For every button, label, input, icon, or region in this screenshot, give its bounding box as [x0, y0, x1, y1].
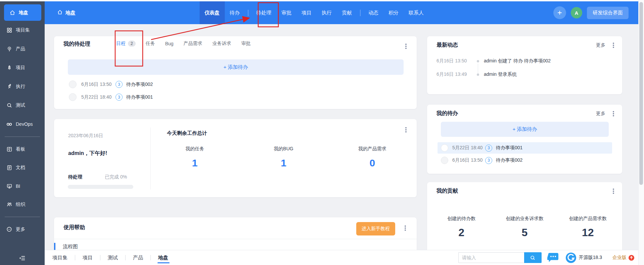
home-icon: [57, 9, 63, 16]
sidebar-item-more[interactable]: 更多: [0, 220, 45, 238]
card-header: 我的待办 更多: [436, 110, 617, 117]
topnav-pending[interactable]: 待处理: [251, 1, 276, 24]
todo-title[interactable]: 待办事项002: [126, 82, 153, 88]
topnav: 仪表盘 待办 待处理 审批 项目 执行 贡献 动态 积分 联系人: [199, 1, 429, 24]
topnav-separator: [248, 10, 248, 16]
zentao-dashboard: 地盘 项目集 产品 项目 执行 测试: [0, 0, 644, 265]
todo-row[interactable]: 5月22日 18:40 3 待办事项001: [438, 142, 612, 154]
breadcrumb-home[interactable]: 地盘: [57, 9, 76, 16]
tab-schedule[interactable]: 日程 2: [116, 41, 136, 47]
sidebar-item-program[interactable]: 项目集: [0, 21, 45, 40]
more-link[interactable]: 更多: [596, 42, 605, 48]
topnav-contacts[interactable]: 联系人: [404, 1, 429, 24]
sidebar-item-execution[interactable]: 执行: [0, 77, 45, 96]
todo-row[interactable]: 6月16日 13:50 3 待办事项002: [438, 155, 612, 166]
stat-value[interactable]: 5: [493, 226, 556, 239]
scrollbar-thumb[interactable]: [639, 2, 643, 185]
todo-row: 5月22日 18:40 3 待办事项001: [69, 93, 153, 101]
todo-checkbox[interactable]: [441, 144, 448, 152]
topnav-approval[interactable]: 审批: [276, 1, 296, 24]
enterprise-link[interactable]: 企业版: [612, 255, 627, 261]
tab-approval[interactable]: 审批: [241, 41, 251, 47]
stat-value[interactable]: 2: [430, 226, 493, 239]
avatar[interactable]: A: [571, 7, 582, 18]
bottombar-right: 开源版18.3 企业版: [458, 252, 635, 263]
sidebar-collapse-icon[interactable]: [16, 254, 28, 262]
active-tab-underline: [157, 262, 170, 263]
summary-stats: 我的任务 1 我的BUG 1 我的产品需求 0: [150, 146, 417, 169]
bottom-tab-my-dashboard[interactable]: 地盘: [157, 251, 170, 265]
sidebar-item-bi[interactable]: BI: [0, 177, 45, 195]
upgrade-arrow-icon[interactable]: [628, 255, 635, 261]
todo-title[interactable]: 待办事项001: [496, 145, 522, 151]
program-grid-icon: [6, 27, 12, 34]
sidebar-item-org[interactable]: 组织: [0, 195, 45, 214]
todo-checkbox[interactable]: [69, 93, 77, 101]
todo-title[interactable]: 待办事项002: [496, 157, 522, 163]
card-menu-kebab-icon[interactable]: [613, 45, 614, 46]
sidebar-item-my-dashboard[interactable]: 地盘: [4, 4, 41, 21]
latest-activity-card: 最新动态 更多 6月16日 13:50 admin 创建了 待办 待办事项002…: [427, 36, 622, 94]
help-item-label: 流程图: [63, 244, 78, 250]
contribution-stats: 创建的待办数 2 创建的业务诉求数 5 创建的产品需求数 12: [430, 216, 619, 239]
sidebar-item-kanban[interactable]: 看板: [0, 140, 45, 158]
zentao-logo-icon[interactable]: [565, 252, 577, 263]
feedback-chat-icon[interactable]: [547, 253, 559, 263]
topnav-execution[interactable]: 执行: [317, 1, 337, 24]
bottom-tab-program[interactable]: 项目集: [51, 251, 69, 265]
sidebar-item-label: BI: [16, 183, 20, 189]
todo-title[interactable]: 待办事项001: [126, 94, 153, 100]
card-menu-kebab-icon[interactable]: [405, 227, 406, 229]
more-link[interactable]: 更多: [596, 111, 605, 117]
search-button[interactable]: [524, 252, 542, 263]
sidebar-item-devops[interactable]: DevOps: [0, 115, 45, 134]
topbar-actions: A 研发综合界面: [553, 6, 629, 19]
activity-text[interactable]: admin 创建了 待办 待办事项002: [484, 58, 551, 64]
tab-task[interactable]: 任务: [146, 41, 155, 47]
todo-date: 6月16日 13:50: [452, 157, 485, 163]
card-menu-kebab-icon[interactable]: [405, 129, 407, 130]
todo-checkbox[interactable]: [69, 81, 77, 88]
topnav-project[interactable]: 项目: [296, 1, 317, 24]
card-menu-kebab-icon[interactable]: [613, 191, 614, 192]
card-menu-kebab-icon[interactable]: [613, 113, 614, 114]
card-menu-kebab-icon[interactable]: [405, 46, 407, 47]
topnav-dashboard[interactable]: 仪表盘: [199, 1, 225, 24]
tutorial-button[interactable]: 进入新手教程: [356, 222, 395, 235]
add-todo-button[interactable]: + 添加待办: [441, 122, 609, 137]
tab-bug[interactable]: Bug: [165, 41, 174, 46]
sidebar-item-doc[interactable]: 文档: [0, 158, 45, 177]
create-plus-button[interactable]: [553, 6, 566, 19]
sidebar-item-qa[interactable]: 测试: [0, 96, 45, 115]
tab-requirement[interactable]: 业务诉求: [213, 41, 231, 47]
card-header: 我的贡献: [436, 188, 617, 195]
stat-created-stories: 创建的产品需求数 12: [556, 216, 619, 239]
add-todo-button[interactable]: + 添加待办: [68, 59, 404, 75]
activity-text[interactable]: admin 登录系统: [484, 71, 517, 77]
topnav-dynamic[interactable]: 动态: [363, 1, 383, 24]
workspace-switch-button[interactable]: 研发综合界面: [587, 7, 629, 19]
bottom-tab-product[interactable]: 产品: [132, 251, 144, 265]
stat-value[interactable]: 1: [239, 157, 328, 169]
my-pending-card: 我的待处理 日程 2 任务 Bug 产品需求 业务诉求 审批 + 添加待办 6月…: [54, 36, 417, 109]
todo-date: 5月22日 18:40: [452, 145, 485, 151]
topnav-todo[interactable]: 待办: [225, 1, 245, 24]
todo-checkbox[interactable]: [441, 157, 448, 164]
home-icon: [9, 9, 15, 16]
topnav-points[interactable]: 积分: [383, 1, 404, 24]
stat-value[interactable]: 0: [328, 157, 417, 169]
topnav-contribution[interactable]: 贡献: [337, 1, 357, 24]
sidebar-divider: [5, 137, 40, 137]
sidebar-item-label: 文档: [16, 165, 25, 171]
stat-value[interactable]: 1: [150, 157, 239, 169]
sidebar-item-project[interactable]: 项目: [0, 58, 45, 77]
tab-story[interactable]: 产品需求: [184, 41, 202, 47]
bottom-tab-project[interactable]: 项目: [81, 251, 94, 265]
page-scrollbar[interactable]: [638, 0, 644, 265]
top-white-strip: [0, 0, 644, 1]
sidebar-item-product[interactable]: 产品: [0, 40, 45, 58]
project-rocket-icon: [6, 65, 12, 71]
bottom-tab-qa[interactable]: 测试: [106, 251, 119, 265]
stat-value[interactable]: 12: [556, 226, 619, 239]
search-input[interactable]: [458, 252, 524, 263]
